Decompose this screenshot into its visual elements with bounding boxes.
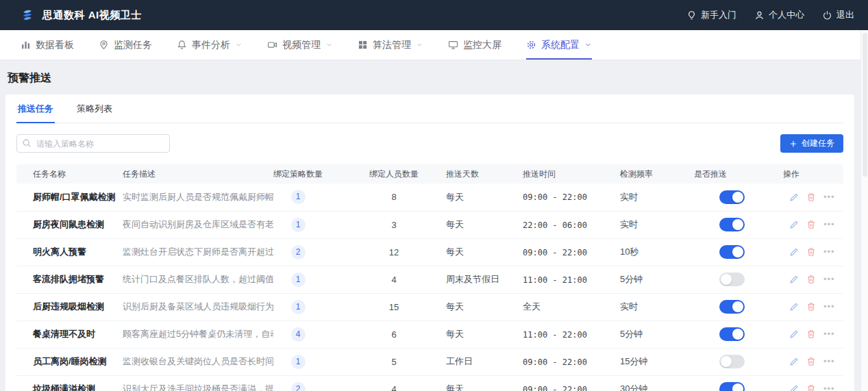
more-actions-icon[interactable]: ••• xyxy=(823,386,835,391)
push-enabled-cell xyxy=(694,238,783,266)
more-actions-icon[interactable]: ••• xyxy=(823,249,835,255)
topbar: 思通数科 AI视频卫士 新手入门 个人中心 xyxy=(0,0,868,30)
column-header-strategy-count: 绑定策略数量 xyxy=(273,164,369,184)
more-actions-icon[interactable]: ••• xyxy=(823,331,835,338)
delete-icon[interactable] xyxy=(806,247,816,257)
column-header-push-enabled: 是否推送 xyxy=(694,164,783,184)
delete-icon[interactable] xyxy=(806,275,816,284)
chevron-down-icon xyxy=(416,41,423,49)
delete-icon[interactable] xyxy=(806,220,816,229)
detect-freq-cell: 10秒 xyxy=(620,238,694,266)
nav-item-system-config[interactable]: 系统配置 xyxy=(526,30,592,60)
people-count-cell: 15 xyxy=(369,293,446,320)
push-toggle[interactable] xyxy=(719,218,745,231)
actions-cell: ••• xyxy=(783,238,843,266)
push-days-cell: 每天 xyxy=(446,238,523,266)
push-days-cell: 工作日 xyxy=(446,348,523,375)
push-days-cell: 每天 xyxy=(446,320,523,348)
table-row: 垃圾桶满溢检测 识别大厅及洗手间垃圾桶是否满溢，提示... 2 4 每天 09:… xyxy=(16,375,843,391)
nav-item-monitoring-screen[interactable]: 监控大屏 xyxy=(448,30,501,60)
edit-icon[interactable] xyxy=(789,247,799,257)
strategy-count-badge: 1 xyxy=(291,300,306,314)
strategy-count-cell: 2 xyxy=(273,238,369,266)
edit-icon[interactable] xyxy=(789,192,799,202)
main-nav: 数据看板 监测任务 事件分析 视频管理 xyxy=(0,30,868,60)
nav-item-event-analysis[interactable]: 事件分析 xyxy=(177,30,243,60)
brand-title: 思通数科 AI视频卫士 xyxy=(42,9,142,22)
push-toggle[interactable] xyxy=(719,327,745,341)
task-desc-cell: 夜间自动识别厨房及仓库区域是否有老鼠... xyxy=(123,211,273,238)
more-actions-icon[interactable]: ••• xyxy=(823,276,835,283)
task-desc-cell: 监测灶台开启状态下厨师是否离开超过30... xyxy=(123,238,273,266)
people-count-cell: 12 xyxy=(369,238,446,266)
more-actions-icon[interactable]: ••• xyxy=(823,221,835,228)
delete-icon[interactable] xyxy=(806,192,816,202)
task-table-body: 厨师帽/口罩佩戴检测 实时监测后厨人员是否规范佩戴厨师帽和... 1 8 每天 … xyxy=(16,184,843,391)
bulb-icon xyxy=(686,10,697,21)
search-input[interactable] xyxy=(16,134,170,153)
push-days-cell: 每天 xyxy=(446,211,523,238)
edit-icon[interactable] xyxy=(789,275,799,284)
task-desc-cell: 识别后厨及备菜区域人员违规吸烟行为，... xyxy=(123,293,273,320)
chevron-down-icon xyxy=(235,41,243,49)
edit-icon[interactable] xyxy=(789,220,799,229)
edit-icon[interactable] xyxy=(789,302,799,312)
nav-item-algorithm-management[interactable]: 算法管理 xyxy=(358,30,423,60)
push-enabled-cell xyxy=(694,211,783,238)
more-actions-icon[interactable]: ••• xyxy=(823,358,835,365)
getting-started-link[interactable]: 新手入门 xyxy=(686,9,736,21)
push-enabled-cell xyxy=(694,320,783,348)
edit-icon[interactable] xyxy=(789,329,799,339)
user-center-link[interactable]: 个人中心 xyxy=(754,9,804,21)
edit-icon[interactable] xyxy=(789,384,799,391)
detect-freq-cell: 5分钟 xyxy=(620,320,694,348)
vertical-scrollbar[interactable] xyxy=(860,30,868,391)
actions-cell: ••• xyxy=(783,375,843,391)
edit-icon[interactable] xyxy=(789,357,799,366)
push-toggle[interactable] xyxy=(719,190,745,204)
strategy-count-badge: 2 xyxy=(291,382,306,391)
push-time-cell: 09:00 - 22:00 xyxy=(523,184,620,211)
push-enabled-cell xyxy=(694,375,783,391)
push-toggle[interactable] xyxy=(719,300,745,314)
more-actions-icon[interactable]: ••• xyxy=(823,303,835,310)
monitor-icon xyxy=(448,40,458,50)
more-actions-icon[interactable]: ••• xyxy=(823,194,835,201)
push-toggle[interactable] xyxy=(719,273,745,286)
nav-item-video-management[interactable]: 视频管理 xyxy=(267,30,333,60)
actions-cell: ••• xyxy=(783,293,843,320)
brand-logo-icon xyxy=(19,7,36,23)
video-camera-icon xyxy=(267,40,277,50)
delete-icon[interactable] xyxy=(806,329,816,339)
user-icon xyxy=(754,10,765,21)
scrollbar-thumb[interactable] xyxy=(863,33,867,177)
push-toggle[interactable] xyxy=(719,245,745,259)
task-desc-cell: 监测收银台及关键岗位人员是否长时间不... xyxy=(123,348,273,375)
strategy-count-badge: 1 xyxy=(291,190,306,204)
strategy-count-cell: 1 xyxy=(273,184,369,211)
logout-link[interactable]: 退出 xyxy=(822,9,854,21)
detect-freq-cell: 实时 xyxy=(620,211,694,238)
push-time-cell: 09:00 - 22:00 xyxy=(523,375,620,391)
brand: 思通数科 AI视频卫士 xyxy=(19,7,142,23)
tab-push-tasks[interactable]: 推送任务 xyxy=(16,94,55,123)
column-header-push-time: 推送时间 xyxy=(523,164,620,184)
create-task-button[interactable]: 创建任务 xyxy=(780,134,843,153)
push-time-cell: 22:00 - 06:00 xyxy=(523,211,620,238)
delete-icon[interactable] xyxy=(806,357,816,366)
push-time-cell: 11:00 - 21:00 xyxy=(523,266,620,293)
delete-icon[interactable] xyxy=(806,302,816,312)
table-row: 厨房夜间鼠患检测 夜间自动识别厨房及仓库区域是否有老鼠... 1 3 每天 22… xyxy=(16,211,843,238)
actions-cell: ••• xyxy=(783,348,843,375)
task-desc-cell: 识别大厅及洗手间垃圾桶是否满溢，提示... xyxy=(123,375,273,391)
delete-icon[interactable] xyxy=(806,384,816,391)
table-row: 厨师帽/口罩佩戴检测 实时监测后厨人员是否规范佩戴厨师帽和... 1 8 每天 … xyxy=(16,184,843,211)
push-toggle[interactable] xyxy=(719,382,745,391)
detect-freq-cell: 15分钟 xyxy=(620,348,694,375)
grid-icon xyxy=(358,40,368,50)
tab-strategy-list[interactable]: 策略列表 xyxy=(75,94,114,123)
chevron-down-icon xyxy=(584,41,592,49)
nav-item-data-dashboard[interactable]: 数据看板 xyxy=(21,30,74,60)
push-toggle[interactable] xyxy=(719,355,745,368)
nav-item-monitor-tasks[interactable]: 监测任务 xyxy=(99,30,152,60)
